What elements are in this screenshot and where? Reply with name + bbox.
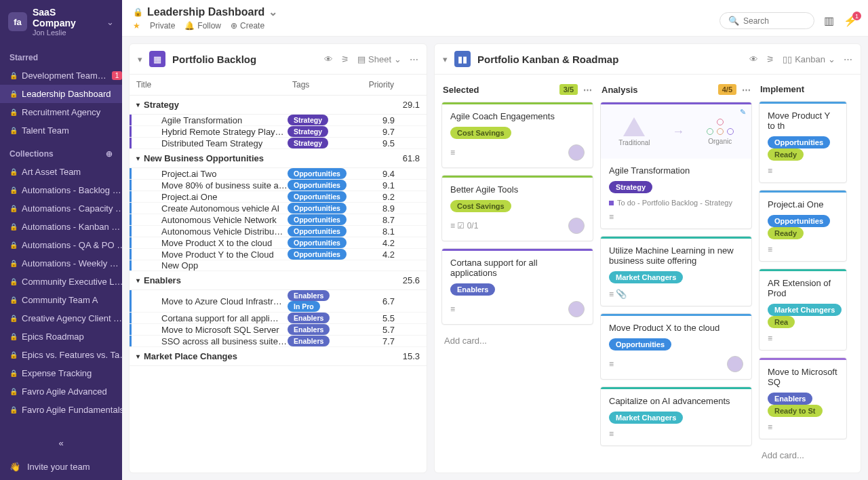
table-row[interactable]: Create Autonomous vehicle AIOpportunitie…: [130, 203, 427, 214]
follow-button[interactable]: 🔔Follow: [184, 21, 221, 31]
sidebar-item[interactable]: 🔒Automations - QA & PO …: [0, 236, 122, 254]
more-icon[interactable]: ⋯: [410, 54, 418, 64]
table-row[interactable]: Move to Microsoft SQL ServerEnablers5.7: [130, 324, 427, 336]
table-row[interactable]: Autonomous Vehicle NetworkOpportunities8…: [130, 214, 427, 226]
eye-icon[interactable]: 👁: [324, 54, 333, 64]
table-row[interactable]: Cortana support for all appli…Enablers5.…: [130, 313, 427, 324]
kanban-card[interactable]: Cortana support for all applicationsEnab…: [441, 248, 593, 325]
col-title[interactable]: Title: [130, 75, 285, 95]
sidebar-item[interactable]: 🔒Community Team A: [0, 291, 122, 309]
avatar[interactable]: [568, 144, 585, 161]
sidebar-item[interactable]: 🔒Creative Agency Client …: [0, 309, 122, 327]
kanban-card[interactable]: ✎Traditional→OrganicAgile Transformation…: [600, 102, 752, 229]
search-input[interactable]: 🔍: [719, 12, 814, 29]
collapse-sidebar-icon[interactable]: «: [0, 433, 122, 454]
add-card-button[interactable]: Add card...: [759, 446, 847, 464]
column-header[interactable]: Implement: [759, 81, 847, 101]
swimlane-name: Market Place Changes: [144, 351, 237, 361]
table-row[interactable]: Autonomous Vehicle Distribu…Opportunitie…: [130, 226, 427, 237]
eye-icon[interactable]: 👁: [749, 54, 758, 64]
kanban-card[interactable]: Project.ai OneOpportunities Ready≡: [759, 190, 847, 262]
table-row[interactable]: Move Product Y to the CloudOpportunities…: [130, 249, 427, 260]
view-selector[interactable]: ▯▯ Kanban ⌄: [783, 54, 835, 64]
kanban-card[interactable]: Move Product Y to thOpportunities Ready≡: [759, 101, 847, 183]
table-row[interactable]: Project.ai OneOpportunities9.2: [130, 191, 427, 203]
sidebar-item[interactable]: 🔒Automations - Weekly …: [0, 254, 122, 273]
page-title[interactable]: Leadership Dashboard: [147, 6, 264, 18]
table-row[interactable]: SSO across all business suite …Enablers7…: [130, 336, 427, 347]
panel-icon[interactable]: ▥: [824, 14, 834, 27]
col-tags[interactable]: Tags: [285, 75, 353, 95]
kanban-card[interactable]: Better Agile ToolsCost Savings≡ ☑ 0/1: [441, 175, 593, 241]
column-name: Selected: [443, 85, 479, 95]
avatar[interactable]: [568, 218, 585, 234]
card-title: Better Agile Tools: [450, 184, 585, 195]
invite-team[interactable]: 👋 Invite your team: [0, 454, 122, 480]
lock-icon: 🔒: [9, 205, 16, 212]
sidebar-item[interactable]: 🔒Favro Agile Fundamentals: [0, 401, 122, 419]
avatar[interactable]: [727, 356, 743, 372]
swimlane-header[interactable]: ▾New Business Opportunities61.8: [130, 149, 427, 168]
create-button[interactable]: ⊕Create: [231, 21, 264, 31]
sidebar-item-label: Epics Roadmap: [22, 332, 84, 342]
more-icon[interactable]: ⋯: [844, 54, 852, 64]
table-row[interactable]: Hybrid Remote Strategy Play…Strategy9.7: [130, 126, 427, 138]
table-row[interactable]: New Opp: [130, 260, 427, 271]
kanban-card[interactable]: AR Extension of ProdMarket Changers Rea≡: [759, 268, 847, 351]
collapse-board-icon[interactable]: ▾: [138, 54, 142, 64]
more-icon[interactable]: ⋯: [583, 85, 592, 95]
kanban-card[interactable]: Move to Microsoft SQEnablers Ready to St…: [759, 357, 847, 439]
avatar[interactable]: [568, 301, 585, 317]
table-row[interactable]: Move 80% of business suite a…Opportuniti…: [130, 180, 427, 191]
sidebar-item[interactable]: 🔒Leadership Dashboard: [0, 85, 122, 103]
tag: Ready to St: [768, 405, 823, 417]
column-header[interactable]: Analysis4/5⋯: [600, 81, 752, 102]
kanban-card[interactable]: Capitalize on AI advancementsMarket Chan…: [600, 386, 752, 446]
sidebar-item[interactable]: 🔒Development Team…1: [0, 66, 122, 85]
sidebar-item[interactable]: 🔒Favro Agile Advanced: [0, 382, 122, 401]
table-row[interactable]: Agile TransformationStrategy9.9: [130, 115, 427, 126]
kanban-card[interactable]: Utilize Machine Learning in new business…: [600, 236, 752, 306]
filter-icon[interactable]: ⚞: [341, 54, 349, 64]
description-icon: ≡: [768, 245, 772, 254]
more-icon[interactable]: ⋯: [742, 85, 751, 95]
notifications-icon[interactable]: ⚡1: [844, 14, 857, 27]
sidebar-item[interactable]: 🔒Epics Roadmap: [0, 327, 122, 346]
view-selector[interactable]: ▤ Sheet ⌄: [357, 54, 401, 64]
checklist-icon: ☑ 0/1: [457, 221, 478, 231]
kanban-card[interactable]: Move Product X to the cloudOpportunities…: [600, 313, 752, 380]
table-row[interactable]: Move to Azure Cloud Infrastr…Enablers In…: [130, 290, 427, 313]
board-title[interactable]: Portfolio Backlog: [172, 54, 317, 65]
column-header[interactable]: Selected3/5⋯: [441, 81, 593, 102]
swimlane-header[interactable]: ▾Enablers25.6: [130, 271, 427, 290]
sidebar-item[interactable]: 🔒Automations - Kanban …: [0, 218, 122, 236]
sidebar-item[interactable]: 🔒Expense Tracking: [0, 364, 122, 382]
add-collection-icon[interactable]: ⊕: [106, 149, 113, 159]
filter-icon[interactable]: ⚞: [766, 54, 774, 64]
table-row[interactable]: Project.ai TwoOpportunities9.4: [130, 168, 427, 180]
chevron-down-icon[interactable]: ⌄: [269, 5, 277, 18]
sidebar-item[interactable]: 🔒Epics vs. Features vs. Ta…: [0, 346, 122, 364]
board-title[interactable]: Portfolio Kanban & Roadmap: [477, 54, 743, 65]
sidebar-item[interactable]: 🔒Art Asset Team: [0, 163, 122, 181]
sidebar-item[interactable]: 🔒Automations - Capacity …: [0, 199, 122, 218]
table-row[interactable]: Distributed Team StrategyStrategy9.5: [130, 138, 427, 149]
private-toggle[interactable]: Private: [150, 21, 175, 31]
kanban-card[interactable]: Agile Coach EngagementsCost Savings≡: [441, 102, 593, 168]
search-icon: 🔍: [728, 16, 739, 26]
star-icon[interactable]: ★: [133, 21, 140, 31]
org-name: SaaS Company: [33, 7, 101, 28]
table-row[interactable]: Move Product X to the cloudOpportunities…: [130, 237, 427, 249]
sidebar-item[interactable]: 🔒Automations - Backlog …: [0, 181, 122, 199]
add-card-button[interactable]: Add card...: [441, 332, 593, 350]
sidebar-item[interactable]: 🔒Community Executive L…: [0, 273, 122, 291]
org-switcher[interactable]: fa SaaS Company Jon Leslie ⌄: [0, 0, 122, 43]
sidebar-item-label: Automations - Capacity …: [22, 203, 122, 214]
swimlane-header[interactable]: ▾Market Place Changes15.3: [130, 347, 427, 366]
sidebar-item[interactable]: 🔒Talent Team: [0, 121, 122, 140]
col-priority[interactable]: Priority: [353, 75, 401, 95]
collapse-board-icon[interactable]: ▾: [443, 54, 448, 64]
swimlane-header[interactable]: ▾Strategy29.1: [130, 96, 427, 115]
sidebar-item[interactable]: 🔒Recruitment Agency: [0, 103, 122, 121]
edit-icon[interactable]: ✎: [740, 108, 746, 117]
